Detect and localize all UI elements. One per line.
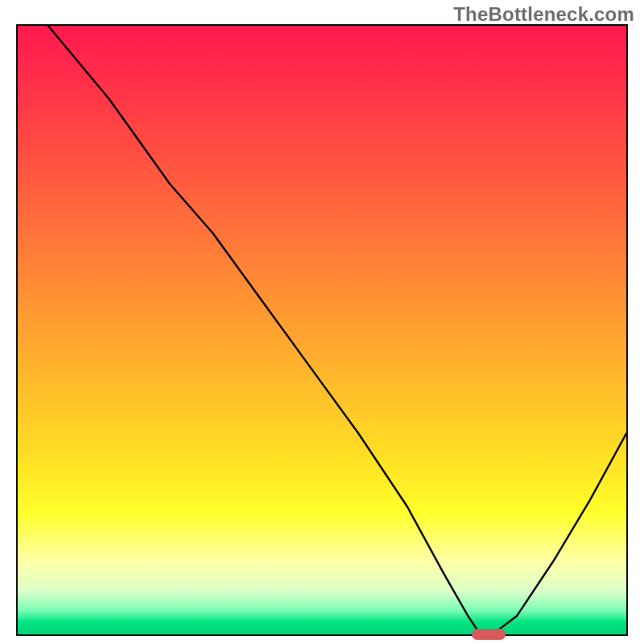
- bottleneck-curve: [18, 26, 626, 634]
- watermark-text: TheBottleneck.com: [453, 3, 634, 26]
- chart-area: [16, 24, 628, 636]
- optimal-marker: [472, 629, 506, 640]
